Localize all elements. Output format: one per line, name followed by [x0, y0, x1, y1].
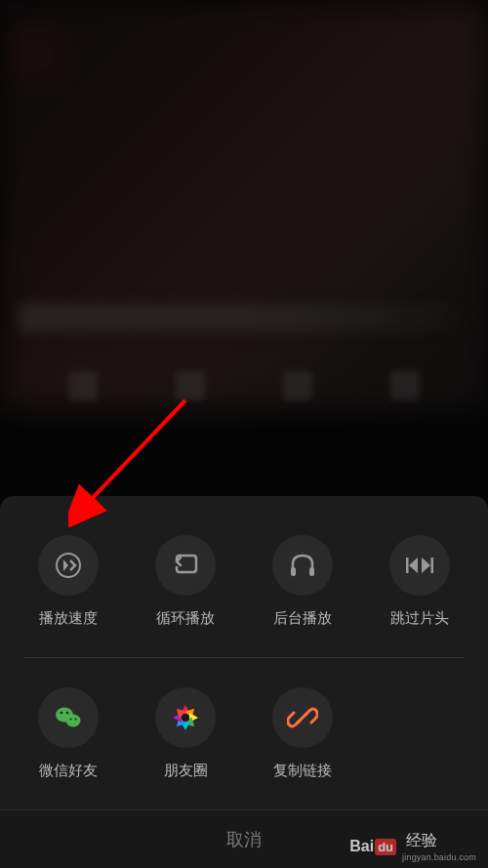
- share-options-row: 微信好友 朋友圈: [0, 658, 488, 809]
- wechat-icon: [38, 687, 99, 748]
- svg-point-8: [66, 715, 81, 727]
- background-playback-button[interactable]: 后台播放: [249, 535, 356, 628]
- option-label: 播放速度: [39, 609, 98, 628]
- playback-speed-button[interactable]: 播放速度: [15, 535, 122, 628]
- loop-icon: [155, 535, 216, 596]
- svg-rect-6: [431, 558, 434, 573]
- cancel-label: 取消: [226, 828, 262, 851]
- svg-point-9: [61, 712, 63, 715]
- moments-button[interactable]: 朋友圈: [127, 687, 244, 780]
- svg-rect-5: [406, 558, 409, 573]
- action-sheet: 播放速度 循环播放 后台播放: [0, 496, 488, 868]
- moments-icon: [155, 687, 216, 748]
- status-bar: [0, 0, 488, 23]
- svg-rect-3: [291, 567, 296, 576]
- svg-point-10: [66, 712, 69, 715]
- loop-playback-button[interactable]: 循环播放: [132, 535, 239, 628]
- option-label: 朋友圈: [164, 762, 208, 780]
- svg-line-14: [298, 713, 307, 723]
- blurred-action-row: [0, 371, 488, 410]
- watermark-jingyan: 经验: [406, 831, 437, 851]
- watermark-bai: Bai: [349, 838, 374, 855]
- wechat-friend-button[interactable]: 微信好友: [10, 687, 127, 780]
- link-icon: [272, 687, 333, 748]
- watermark-du: du: [375, 839, 396, 855]
- option-label: 循环播放: [156, 609, 215, 628]
- headphones-icon: [272, 535, 333, 596]
- watermark-url: jingyan.baidu.com: [402, 852, 476, 862]
- option-label: 复制链接: [273, 762, 332, 780]
- option-label: 微信好友: [39, 762, 98, 780]
- svg-point-13: [182, 714, 189, 722]
- option-label: 跳过片头: [390, 609, 449, 628]
- copy-link-button[interactable]: 复制链接: [244, 687, 361, 780]
- svg-rect-4: [309, 567, 314, 576]
- speed-icon: [38, 535, 99, 596]
- playback-options-row: 播放速度 循环播放 后台播放: [0, 525, 488, 657]
- skip-icon: [389, 535, 450, 596]
- svg-point-11: [70, 719, 72, 721]
- watermark: Bai du 经验 jingyan.baidu.com: [349, 831, 476, 862]
- blurred-title: [20, 303, 468, 332]
- option-label: 后台播放: [273, 609, 332, 628]
- skip-intro-button[interactable]: 跳过片头: [366, 535, 473, 628]
- svg-point-12: [75, 719, 77, 721]
